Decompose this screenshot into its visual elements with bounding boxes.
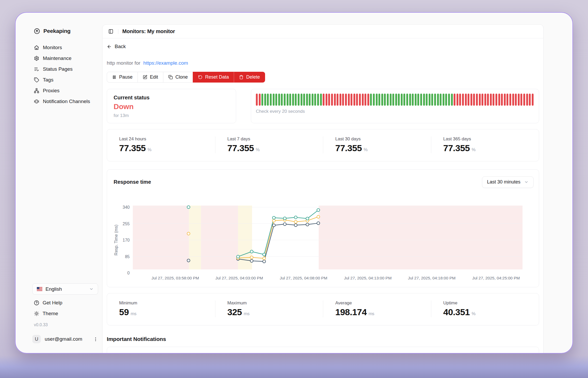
heartbeat-bar-up[interactable] — [289, 94, 291, 106]
get-help-button[interactable]: Get Help — [34, 297, 98, 308]
heartbeat-bar-up[interactable] — [429, 94, 430, 106]
heartbeat-bar-up[interactable] — [312, 94, 313, 106]
data-point-avg[interactable] — [317, 215, 320, 218]
heartbeat-bar-down[interactable] — [515, 94, 517, 106]
data-point-max[interactable] — [306, 217, 309, 220]
data-point-avg[interactable] — [250, 256, 253, 259]
sidebar-item-status-pages[interactable]: Status Pages — [34, 64, 98, 74]
data-point-min[interactable] — [272, 224, 275, 227]
pause-button[interactable]: Pause — [107, 72, 138, 83]
heartbeat-bar-up[interactable] — [387, 94, 389, 106]
heartbeat-bar-up[interactable] — [409, 94, 411, 106]
data-point-max[interactable] — [283, 217, 286, 220]
heartbeat-bar-up[interactable] — [270, 94, 272, 106]
heartbeat-bar-down[interactable] — [348, 94, 350, 106]
sidebar-item-monitors[interactable]: Monitors — [34, 42, 98, 53]
heartbeat-bar-up[interactable] — [431, 94, 433, 106]
data-point-avg[interactable] — [272, 219, 275, 222]
delete-button[interactable]: Delete — [234, 72, 265, 83]
data-point-avg[interactable] — [294, 220, 297, 223]
theme-button[interactable]: Theme — [34, 308, 98, 319]
heartbeat-bar-up[interactable] — [426, 94, 428, 106]
sidebar-item-proxies[interactable]: Proxies — [34, 85, 98, 96]
heartbeat-bar-up[interactable] — [420, 94, 422, 106]
heartbeat-bar-down[interactable] — [351, 94, 352, 106]
heartbeat-bar-down[interactable] — [490, 94, 492, 106]
heartbeat-bar-down[interactable] — [259, 94, 261, 106]
data-point-max[interactable] — [317, 208, 320, 211]
heartbeat-bar-up[interactable] — [445, 94, 447, 106]
heartbeat-bar-down[interactable] — [529, 94, 531, 106]
heartbeat-bar-up[interactable] — [267, 94, 269, 106]
heartbeat-bar-down[interactable] — [328, 94, 330, 106]
data-point-max[interactable] — [237, 255, 240, 258]
heartbeat-bar-down[interactable] — [465, 94, 467, 106]
heartbeat-bar-up[interactable] — [415, 94, 417, 106]
heartbeat-bar-down[interactable] — [495, 94, 497, 106]
heartbeat-bar-down[interactable] — [476, 94, 478, 106]
heartbeat-bar-up[interactable] — [320, 94, 322, 106]
sidebar-item-maintenance[interactable]: Maintenance — [34, 53, 98, 64]
heartbeat-bar-up[interactable] — [434, 94, 436, 106]
heartbeat-bar-up[interactable] — [376, 94, 378, 106]
sidebar-item-tags[interactable]: Tags — [34, 74, 98, 85]
language-selector[interactable]: English — [32, 283, 98, 295]
heartbeat-bar-up[interactable] — [295, 94, 297, 106]
heartbeat-bar-up[interactable] — [406, 94, 408, 106]
heartbeat-bar-up[interactable] — [384, 94, 386, 106]
heartbeat-bar-up[interactable] — [401, 94, 403, 106]
heartbeat-bar-down[interactable] — [509, 94, 511, 106]
heartbeat-bar-up[interactable] — [287, 94, 288, 106]
data-point-avg[interactable] — [263, 257, 266, 260]
reset-data-button[interactable]: Reset Data — [193, 72, 234, 83]
heartbeat-bar-up[interactable] — [370, 94, 372, 106]
heartbeat-bar-up[interactable] — [314, 94, 316, 106]
heartbeat-bar-down[interactable] — [256, 94, 258, 106]
heartbeat-bar-down[interactable] — [479, 94, 481, 106]
heartbeat-bar-down[interactable] — [334, 94, 336, 106]
back-button[interactable]: Back — [107, 44, 126, 49]
heartbeat-bar-down[interactable] — [364, 94, 366, 106]
data-point-min[interactable] — [283, 223, 286, 226]
data-point-min[interactable] — [317, 222, 320, 224]
heartbeat-bar-up[interactable] — [303, 94, 305, 106]
heartbeat-bar-up[interactable] — [261, 94, 263, 106]
heartbeat-bar-down[interactable] — [337, 94, 338, 106]
heartbeat-bar-down[interactable] — [487, 94, 489, 106]
heartbeat-bar-up[interactable] — [373, 94, 375, 106]
heartbeat-bar-down[interactable] — [473, 94, 475, 106]
heartbeat-bar-down[interactable] — [345, 94, 347, 106]
dots-vertical-icon[interactable] — [93, 337, 98, 342]
heartbeat-bar-down[interactable] — [326, 94, 327, 106]
heartbeat-bar-up[interactable] — [309, 94, 311, 106]
heartbeat-bar-up[interactable] — [278, 94, 280, 106]
heartbeat-bar-down[interactable] — [501, 94, 503, 106]
heartbeat-bar-up[interactable] — [440, 94, 442, 106]
heartbeat-bar-up[interactable] — [390, 94, 392, 106]
heartbeat-bar-down[interactable] — [362, 94, 364, 106]
heartbeat-bar-up[interactable] — [448, 94, 450, 106]
heartbeat-bar-down[interactable] — [342, 94, 344, 106]
heartbeat-bar-down[interactable] — [356, 94, 358, 106]
heartbeat-bar-down[interactable] — [506, 94, 508, 106]
heartbeat-bar-up[interactable] — [292, 94, 294, 106]
edit-button[interactable]: Edit — [138, 72, 163, 83]
data-point-max[interactable] — [272, 216, 275, 219]
heartbeat-bar-up[interactable] — [437, 94, 439, 106]
heartbeat-bar-up[interactable] — [264, 94, 266, 106]
time-range-select[interactable]: Last 30 minutes — [482, 176, 534, 188]
heartbeat-bar-up[interactable] — [412, 94, 414, 106]
heartbeat-bar-down[interactable] — [462, 94, 464, 106]
data-point-min[interactable] — [263, 260, 266, 263]
data-point-max[interactable] — [187, 206, 190, 208]
sidebar-toggle-button[interactable] — [107, 28, 114, 35]
heartbeat-bar-down[interactable] — [481, 94, 483, 106]
heartbeat-bar-down[interactable] — [470, 94, 472, 106]
heartbeat-bar-up[interactable] — [281, 94, 283, 106]
heartbeat-bar-down[interactable] — [523, 94, 525, 106]
heartbeat-bar-down[interactable] — [457, 94, 458, 106]
heartbeat-bar-up[interactable] — [403, 94, 405, 106]
heartbeat-bar-up[interactable] — [392, 94, 394, 106]
heartbeat-bar-up[interactable] — [443, 94, 444, 106]
heartbeat-bar-down[interactable] — [532, 94, 534, 106]
